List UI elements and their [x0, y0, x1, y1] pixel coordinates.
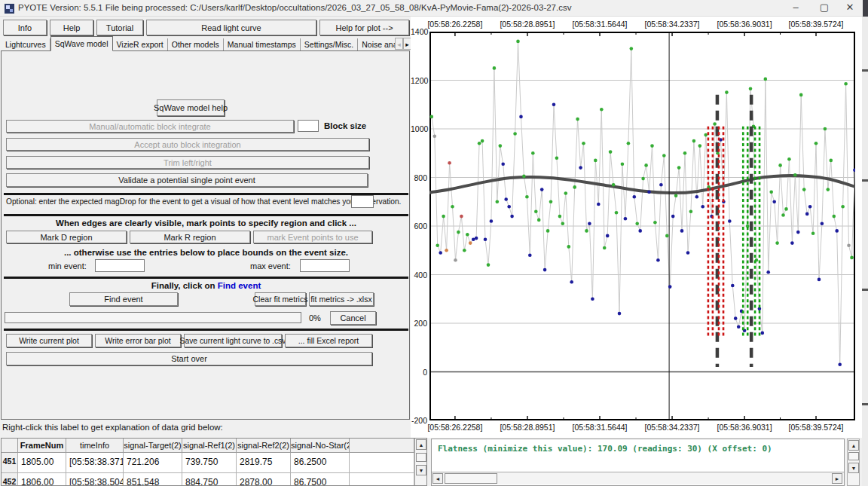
- column-header-signal-target-2-[interactable]: signal-Target(2): [124, 439, 182, 453]
- row-header[interactable]: 452: [2, 473, 18, 486]
- mark-r-region-button[interactable]: Mark R region: [130, 231, 250, 243]
- grid-cell[interactable]: [05:58:38.5047]: [66, 473, 124, 486]
- scroll-left-icon[interactable]: ◄: [432, 473, 443, 484]
- max-event-input[interactable]: [300, 259, 350, 272]
- flatness-status-text: Flatness (minimize this value): 170.09 (…: [438, 444, 772, 454]
- column-header-signal-ref2-2-[interactable]: signal-Ref2(2): [237, 439, 291, 453]
- background-window-edge: [863, 0, 868, 17]
- grid-cell[interactable]: [350, 439, 414, 453]
- grid-cell[interactable]: 86.2500: [291, 453, 350, 473]
- grid-cell[interactable]: [05:58:38.3712]: [66, 453, 124, 473]
- mark-d-region-button[interactable]: Mark D region: [6, 231, 127, 243]
- block-integrate-button[interactable]: Manual/automatic block integrate: [6, 120, 294, 133]
- grid-cell[interactable]: 721.206: [124, 453, 182, 473]
- status-vertical-scrollbar[interactable]: ▲ ▼: [847, 439, 860, 486]
- tab-sqwave-model[interactable]: SqWave model: [50, 36, 113, 51]
- row-header[interactable]: [2, 439, 18, 453]
- mark-event-points-button[interactable]: mark Event points to use: [253, 231, 372, 243]
- grid-cell[interactable]: 1805.00: [18, 453, 66, 473]
- save-light-curve-csv-button[interactable]: Save current light curve to .csv: [184, 334, 282, 347]
- sqwave-model-help-button[interactable]: SqWave model help: [157, 99, 225, 116]
- column-header-signal-ref1-2-[interactable]: signal-Ref1(2): [182, 439, 237, 453]
- tab-lightcurves[interactable]: Lightcurves: [2, 38, 50, 51]
- validate-single-point-button[interactable]: Validate a potential single point event: [6, 173, 368, 187]
- y-tick-label: 200: [411, 319, 427, 328]
- grid-cell[interactable]: 86.7500: [291, 473, 350, 486]
- tutorial-button[interactable]: Tutorial: [96, 20, 143, 35]
- magdrop-input[interactable]: [351, 195, 374, 208]
- close-button[interactable]: ✕: [838, 0, 862, 17]
- find-event-link[interactable]: Find event: [218, 281, 261, 290]
- help-for-plot-button[interactable]: Help for plot -->: [319, 20, 409, 35]
- tab-other-models[interactable]: Other models: [168, 38, 224, 51]
- grid-hint-label[interactable]: Right-click this label to get explanatio…: [2, 423, 223, 432]
- background-window-strip: [862, 17, 868, 486]
- tab-vizier-export[interactable]: VizieR export: [113, 38, 168, 51]
- scroll-thumb[interactable]: [416, 453, 426, 462]
- grid-cell[interactable]: 851.548: [124, 473, 182, 486]
- cancel-button[interactable]: Cancel: [330, 311, 376, 325]
- x-tick-label: [05:58:34.2337]: [645, 423, 700, 432]
- clear-fit-metrics-button[interactable]: Clear fit metrics: [255, 292, 306, 306]
- light-curve-plot[interactable]: [429, 32, 855, 420]
- read-light-curve-button[interactable]: Read light curve: [146, 20, 316, 35]
- help-button[interactable]: Help: [50, 20, 93, 35]
- grid-cell[interactable]: [350, 473, 414, 486]
- magdrop-text: Optional: enter the expected magDrop for…: [6, 197, 401, 206]
- progress-percent: 0%: [309, 313, 321, 322]
- table-row[interactable]: 4511805.00[05:58:38.3712]721.206739.7502…: [2, 453, 414, 473]
- scroll-up-icon[interactable]: ▲: [416, 439, 426, 450]
- x-tick-label: [05:58:39.5724]: [789, 20, 844, 29]
- column-header-signal-no-star-2-[interactable]: signal-No-Star(2): [291, 439, 350, 453]
- write-current-plot-button[interactable]: Write current plot: [6, 334, 92, 347]
- data-grid-table[interactable]: FrameNumtimeInfosignal-Target(2)signal-R…: [2, 439, 414, 485]
- minimize-button[interactable]: –: [784, 0, 808, 17]
- scroll-right-icon[interactable]: ►: [832, 473, 842, 484]
- x-tick-label: [05:58:28.8951]: [500, 20, 555, 29]
- tab-bar: LightcurvesSqWave modelVizieR exportOthe…: [2, 36, 395, 51]
- app-icon: [5, 4, 14, 14]
- y-tick-label: 1000: [411, 124, 427, 133]
- tab-settings-misc-[interactable]: Settings/Misc.: [301, 38, 358, 51]
- tab-noise-analysis-i[interactable]: Noise analysis/I: [358, 38, 395, 51]
- status-horizontal-scrollbar[interactable]: ◄ ►: [432, 472, 844, 484]
- accept-auto-block-button[interactable]: Accept auto block integration: [6, 138, 369, 151]
- scroll-down-icon[interactable]: ▼: [848, 463, 859, 473]
- grid-cell[interactable]: 884.750: [182, 473, 237, 486]
- fit-metrics-panel: Flatness (minimize this value): 170.09 (…: [431, 439, 845, 486]
- tab-scroll-left-icon[interactable]: ◂: [395, 38, 403, 50]
- scroll-thumb[interactable]: [445, 473, 497, 484]
- column-header-timeinfo[interactable]: timeInfo: [66, 439, 124, 453]
- otherwise-instruction: ... otherwise use the entries below to p…: [4, 248, 408, 257]
- y-tick-label: 600: [411, 222, 427, 231]
- finally-instruction: Finally, click on Find event: [4, 281, 408, 290]
- grid-vertical-scrollbar[interactable]: ▲ ▼: [414, 439, 426, 485]
- scroll-down-icon[interactable]: ▼: [416, 465, 426, 475]
- grid-cell[interactable]: 1806.00: [18, 473, 66, 486]
- write-error-bar-plot-button[interactable]: Write error bar plot: [95, 334, 181, 347]
- tab-manual-timestamps[interactable]: Manual timestamps: [224, 38, 301, 51]
- divider: [4, 193, 408, 195]
- table-row[interactable]: 4521806.00[05:58:38.5047]851.548884.7502…: [2, 473, 414, 486]
- column-header-framenum[interactable]: FrameNum: [18, 439, 66, 453]
- edges-instruction: When edges are clearly visible, mark poi…: [4, 219, 408, 228]
- fit-metrics-xlsx-button[interactable]: fit metrics -> .xlsx: [309, 292, 374, 306]
- grid-cell[interactable]: 2819.75: [237, 453, 291, 473]
- progress-bar: [5, 312, 301, 323]
- grid-cell[interactable]: [350, 453, 414, 473]
- grid-cell[interactable]: 2878.00: [237, 473, 291, 486]
- start-over-button[interactable]: Start over: [6, 352, 372, 365]
- x-tick-label: [05:58:26.2258]: [427, 423, 482, 432]
- trim-left-right-button[interactable]: Trim left/right: [6, 156, 369, 169]
- find-event-button[interactable]: Find event: [69, 292, 178, 306]
- y-tick-label: -200: [411, 416, 427, 425]
- info-button[interactable]: Info: [3, 20, 47, 35]
- row-header[interactable]: 451: [2, 453, 18, 473]
- min-event-input[interactable]: [95, 259, 145, 272]
- maximize-button[interactable]: ▢: [812, 0, 836, 17]
- block-size-input[interactable]: [298, 120, 319, 132]
- grid-cell[interactable]: 739.750: [182, 453, 237, 473]
- scroll-thumb[interactable]: [848, 452, 859, 460]
- fill-excel-report-button[interactable]: ... fill Excel report: [285, 334, 372, 347]
- scroll-up-icon[interactable]: ▲: [848, 440, 859, 451]
